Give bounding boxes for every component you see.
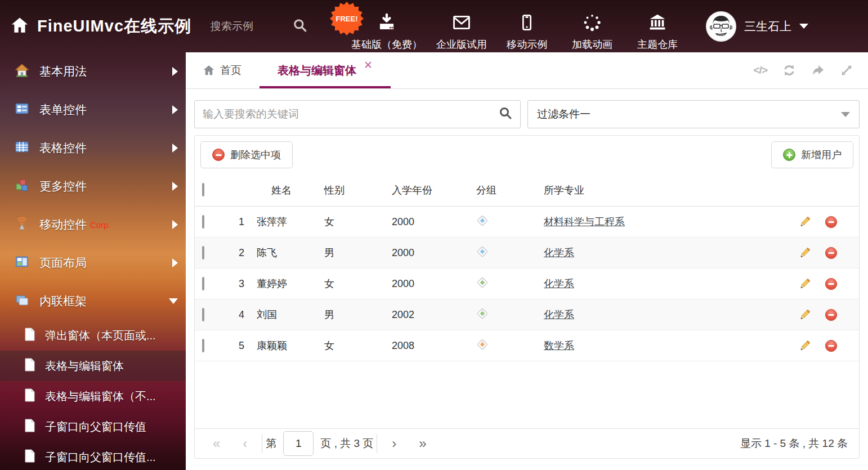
brand[interactable]: FineUIMvc在线示例 xyxy=(0,15,191,38)
sidebar-subitem-grid-edit-window[interactable]: 表格与编辑窗体 xyxy=(0,351,186,381)
tab-home[interactable]: 首页 xyxy=(186,52,258,88)
delete-row-icon[interactable] xyxy=(825,216,838,229)
home-icon xyxy=(203,64,215,77)
nav-item-mobile-demo[interactable]: 移动示例 xyxy=(494,2,560,51)
grid-panel: 删除选中项 新增用户 姓名 性别 入学年份 分组 所学专业 xyxy=(194,135,860,459)
chevron-down-icon xyxy=(841,112,850,117)
avatar[interactable] xyxy=(706,11,736,42)
cell-name: 刘国 xyxy=(250,308,316,321)
select-all-checkbox[interactable] xyxy=(202,183,204,196)
edit-pencil-icon[interactable] xyxy=(798,277,811,290)
chevron-right-icon xyxy=(172,105,178,114)
next-page-button[interactable]: › xyxy=(381,436,408,451)
sidebar-subitem-popup-window[interactable]: 弹出窗体（本页面或... xyxy=(0,320,186,351)
free-badge-text: FREE! xyxy=(336,15,358,23)
source-code-icon[interactable]: </> xyxy=(754,64,767,77)
edit-pencil-icon[interactable] xyxy=(798,247,811,259)
column-header-group[interactable]: 分组 xyxy=(468,183,536,197)
row-checkbox[interactable] xyxy=(202,308,204,321)
cell-group xyxy=(468,214,536,230)
file-icon xyxy=(24,388,36,404)
nav-item-enterprise-trial[interactable]: 企业版试用 xyxy=(429,2,494,51)
delete-selected-button[interactable]: 删除选中项 xyxy=(200,141,293,168)
sidebar-subitem-label: 表格与编辑窗体 xyxy=(45,359,124,374)
tag-icon xyxy=(476,245,489,258)
row-checkbox[interactable] xyxy=(202,246,204,259)
filter-dropdown[interactable]: 过滤条件一 xyxy=(527,100,860,128)
nav-item-loading-animation[interactable]: 加载动画 xyxy=(560,2,625,51)
delete-row-icon[interactable] xyxy=(825,247,838,259)
major-link[interactable]: 化学系 xyxy=(544,309,574,320)
user-menu[interactable]: 三生石上 xyxy=(706,11,808,42)
sidebar-item-iframe[interactable]: 内联框架 xyxy=(0,282,186,320)
cell-year: 2002 xyxy=(384,309,468,321)
first-page-button[interactable]: « xyxy=(202,436,231,451)
table-row: 3 董婷婷 女 2000 化学系 xyxy=(195,268,859,299)
fullscreen-icon[interactable] xyxy=(840,64,853,77)
sidebar-item-basic-usage[interactable]: 基本用法 xyxy=(0,52,186,91)
keyword-search-box[interactable] xyxy=(194,100,521,128)
sidebar-subitem-label: 子窗口向父窗口传值 xyxy=(45,419,146,435)
antenna-icon xyxy=(15,216,29,233)
nav-item-basic-free[interactable]: FREE! 基础版（免费） xyxy=(344,2,429,51)
sidebar-item-label: 移动控件 xyxy=(39,217,87,232)
cell-name: 张萍萍 xyxy=(250,215,316,229)
page-number-input[interactable] xyxy=(283,431,314,456)
home-icon[interactable] xyxy=(10,16,29,37)
prev-page-button[interactable]: ‹ xyxy=(231,436,258,451)
sidebar-item-more-controls[interactable]: 更多控件 xyxy=(0,167,186,205)
column-header-name[interactable]: 姓名 xyxy=(250,183,316,197)
sidebar-item-grid-controls[interactable]: 表格控件 xyxy=(0,129,186,167)
tab-grid-edit-window[interactable]: 表格与编辑窗体 ✕ xyxy=(258,52,392,88)
add-user-button[interactable]: 新增用户 xyxy=(771,141,853,168)
sidebar-item-mobile-controls[interactable]: 移动控件 Corp. xyxy=(0,205,186,244)
header-search-placeholder[interactable]: 搜索示例 xyxy=(211,19,253,34)
sidebar-item-form-controls[interactable]: 表单控件 xyxy=(0,91,186,129)
search-icon[interactable] xyxy=(293,18,307,35)
column-header-major[interactable]: 所学专业 xyxy=(536,183,786,197)
sidebar-subitem-grid-edit-window-2[interactable]: 表格与编辑窗体（不... xyxy=(0,381,186,411)
major-link[interactable]: 数学系 xyxy=(544,340,574,351)
edit-pencil-icon[interactable] xyxy=(798,339,811,352)
open-new-window-icon[interactable] xyxy=(811,64,825,77)
row-number: 5 xyxy=(227,340,250,352)
row-checkbox[interactable] xyxy=(202,339,204,352)
sidebar-subitem-label: 弹出窗体（本页面或... xyxy=(45,328,156,343)
nav-item-theme-store[interactable]: 主题仓库 xyxy=(625,2,690,51)
download-icon xyxy=(377,13,396,34)
chevron-down-icon xyxy=(799,24,808,29)
file-icon xyxy=(24,419,36,435)
header-search[interactable]: 搜索示例 xyxy=(211,18,307,35)
major-link[interactable]: 化学系 xyxy=(544,247,574,258)
keyword-search-input[interactable] xyxy=(203,108,499,120)
nav-label: 企业版试用 xyxy=(436,38,487,51)
edit-pencil-icon[interactable] xyxy=(798,308,811,321)
chevron-right-icon xyxy=(172,182,178,191)
column-header-year[interactable]: 入学年份 xyxy=(384,183,468,197)
delete-row-icon[interactable] xyxy=(825,277,838,290)
main-content: 首页 表格与编辑窗体 ✕ </> xyxy=(186,52,868,470)
sidebar-subitem-child-to-parent-2[interactable]: 子窗口向父窗口传值... xyxy=(0,442,186,470)
sidebar-subitem-child-to-parent[interactable]: 子窗口向父窗口传值 xyxy=(0,411,186,442)
refresh-icon[interactable] xyxy=(782,64,796,77)
chevron-right-icon xyxy=(172,67,178,76)
search-icon[interactable] xyxy=(499,106,512,122)
major-link[interactable]: 化学系 xyxy=(544,278,574,289)
major-link[interactable]: 材料科学与工程系 xyxy=(544,216,625,227)
row-number: 1 xyxy=(227,216,250,228)
nav-label: 基础版（免费） xyxy=(351,38,422,51)
sidebar-item-page-layout[interactable]: 页面布局 xyxy=(0,244,186,282)
top-header: FineUIMvc在线示例 搜索示例 FREE! 基础版（免费） xyxy=(0,0,868,52)
row-checkbox[interactable] xyxy=(202,277,204,290)
sidebar-item-label: 页面布局 xyxy=(39,255,87,271)
cell-gender: 女 xyxy=(316,215,384,229)
delete-row-icon[interactable] xyxy=(825,308,838,321)
table-row: 1 张萍萍 女 2000 材料科学与工程系 xyxy=(195,207,859,238)
app-title: FineUIMvc在线示例 xyxy=(37,15,191,38)
edit-pencil-icon[interactable] xyxy=(798,216,811,229)
close-icon[interactable]: ✕ xyxy=(364,60,373,70)
delete-row-icon[interactable] xyxy=(825,339,838,352)
row-checkbox[interactable] xyxy=(202,215,204,229)
column-header-gender[interactable]: 性别 xyxy=(316,183,384,197)
last-page-button[interactable]: » xyxy=(408,436,437,451)
